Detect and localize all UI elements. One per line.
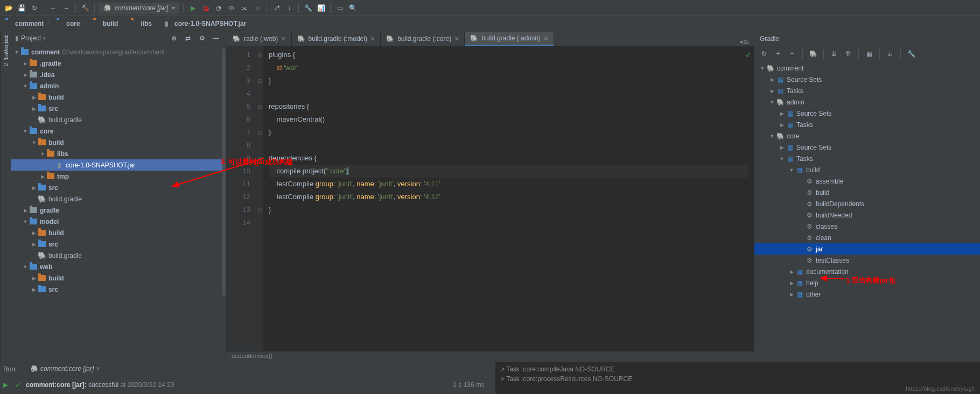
offline-icon[interactable]: ⫝ xyxy=(885,48,895,59)
gradle-task-row[interactable]: ⚙jar xyxy=(754,243,980,255)
gradle-tree[interactable]: ▼🐘comment▶▦Source Sets▶▦Tasks▼🐘admin▶▦So… xyxy=(754,61,980,362)
tree-row[interactable]: 🐘build.gradle xyxy=(11,250,226,261)
update-icon[interactable]: ↓ xyxy=(284,3,295,13)
close-tab-icon[interactable]: × xyxy=(454,34,459,43)
tree-row[interactable]: ▼core xyxy=(11,125,226,137)
stop-icon[interactable]: ■ xyxy=(252,3,263,13)
expand-all-icon[interactable]: ⇊ xyxy=(829,48,839,59)
gradle-task-row[interactable]: ▼🐘admin xyxy=(754,96,980,108)
close-tab-icon[interactable]: × xyxy=(370,34,375,43)
bc-core[interactable]: core xyxy=(57,20,80,27)
gradle-task-row[interactable]: ▶▦other xyxy=(754,289,980,300)
gradle-task-row[interactable]: ▼▦build xyxy=(754,164,980,175)
tree-row[interactable]: ▶tmp xyxy=(11,171,226,182)
open-icon[interactable]: 📂 xyxy=(3,3,14,13)
expand-icon[interactable]: ⇄ xyxy=(183,33,193,44)
run-config-dropdown[interactable]: 🐘 comment:core [jar] ▾ xyxy=(99,3,179,13)
rerun-icon[interactable]: ▶ xyxy=(0,379,11,390)
gradle-task-row[interactable]: ▶▦Tasks xyxy=(754,85,980,96)
tree-row[interactable]: 🐘build.gradle xyxy=(11,114,226,125)
tree-row[interactable]: ▼libs xyxy=(11,148,226,159)
tree-row[interactable]: ▮core-1.0-SNAPSHOT.jar xyxy=(11,159,226,171)
gradle-task-row[interactable]: ▶▦Source Sets xyxy=(754,74,980,85)
window-icon[interactable]: ▭ xyxy=(334,3,345,13)
gradle-task-row[interactable]: ⚙classes xyxy=(754,221,980,232)
collapse-all-icon[interactable]: ⇈ xyxy=(843,48,853,59)
editor-tab[interactable]: 🐘build.gradle (:model)× xyxy=(292,32,381,46)
sync-icon[interactable]: ↻ xyxy=(29,3,40,13)
tree-row[interactable]: ▶build xyxy=(11,92,226,103)
run-tab[interactable]: 🐘 comment:core [jar] × xyxy=(26,364,104,374)
tab-tools[interactable]: ▾≡₂ xyxy=(736,38,754,46)
vcs-icon[interactable]: ⎇ xyxy=(271,3,282,13)
gradle-task-row[interactable]: ▶▦Tasks xyxy=(754,119,980,130)
gradle-task-row[interactable]: ⚙clean xyxy=(754,232,980,243)
attach-icon[interactable]: ⫘ xyxy=(239,3,250,13)
coverage-icon[interactable]: ◔ xyxy=(213,3,224,13)
tree-row[interactable]: ▼admin xyxy=(11,80,226,92)
favorites-tab-label[interactable]: 2: Favorites xyxy=(3,36,9,66)
tree-row[interactable]: ▶build xyxy=(11,227,226,238)
remove-icon[interactable]: － xyxy=(787,48,797,59)
gradle-task-row[interactable]: ▼🐘comment xyxy=(754,62,980,74)
tasks-icon[interactable]: ▦ xyxy=(864,48,874,59)
editor-breadcrumb[interactable]: dependencies{} xyxy=(226,351,754,362)
project-scrollbar[interactable] xyxy=(222,48,226,296)
code-editor[interactable]: ✓ plugins { id 'war'}repositories { mave… xyxy=(263,46,754,351)
locate-icon[interactable]: ⊕ xyxy=(169,33,179,44)
bc-comment[interactable]: comment xyxy=(5,20,44,27)
bc-libs[interactable]: libs xyxy=(131,20,152,27)
run-icon[interactable]: ▶ xyxy=(187,3,198,13)
build-icon[interactable]: 🔨 xyxy=(80,3,90,13)
tree-row[interactable]: ▶src xyxy=(11,182,226,193)
wrench-icon[interactable]: 🔧 xyxy=(906,48,916,59)
profile-icon[interactable]: ⊙ xyxy=(226,3,237,13)
project-panel-title[interactable]: ▮ Project ▾ xyxy=(15,34,165,42)
tree-row[interactable]: ▶gradle xyxy=(11,205,226,216)
tree-row[interactable]: ▶.gradle xyxy=(11,58,226,69)
editor-tab[interactable]: 🐘radle (:web)× xyxy=(227,32,292,46)
add-icon[interactable]: ＋ xyxy=(773,48,783,59)
hide-icon[interactable]: — xyxy=(211,33,221,44)
save-icon[interactable]: 💾 xyxy=(16,3,27,13)
tree-row[interactable]: ▶src xyxy=(11,284,226,295)
gradle-task-row[interactable]: ▶▦Source Sets xyxy=(754,108,980,119)
tree-row[interactable]: ▼model xyxy=(11,216,226,227)
gradle-task-row[interactable]: ▼▦Tasks xyxy=(754,153,980,164)
refresh-icon[interactable]: ↻ xyxy=(759,48,769,59)
forward-icon[interactable]: → xyxy=(61,3,72,13)
gradle-task-row[interactable]: ⚙build xyxy=(754,187,980,198)
debug-icon[interactable]: 🐞 xyxy=(200,3,211,13)
gradle-task-row[interactable]: ⚙buildDependents xyxy=(754,198,980,209)
tree-root[interactable]: ▼ comment D:\work\workspace\gradle\comme… xyxy=(11,46,226,58)
gear-icon[interactable]: ⚙ xyxy=(197,33,207,44)
gradle-task-row[interactable]: ⚙assemble xyxy=(754,175,980,187)
close-tab-icon[interactable]: × xyxy=(544,34,548,43)
bc-build[interactable]: build xyxy=(93,20,118,27)
fold-column[interactable]: ⊟⊡⊟⊡⊟⊡ xyxy=(256,46,263,351)
gradle-task-row[interactable]: ▶▦Source Sets xyxy=(754,142,980,153)
settings-icon[interactable]: 🔧 xyxy=(303,3,313,13)
editor-tab[interactable]: 🐘build.gradle (:admin)× xyxy=(465,32,554,46)
tree-row[interactable]: ▼web xyxy=(11,261,226,272)
tree-row[interactable]: ▼build xyxy=(11,137,226,148)
tree-row[interactable]: ▶.idea xyxy=(11,69,226,80)
gradle-task-row[interactable]: ▶▦documentation xyxy=(754,266,980,277)
run-task-icon[interactable]: 🐘 xyxy=(808,48,818,59)
structure-icon[interactable]: 📊 xyxy=(316,3,326,13)
search-icon[interactable]: 🔍 xyxy=(347,3,358,13)
close-tab-icon[interactable]: × xyxy=(281,34,285,43)
tree-row[interactable]: ▶src xyxy=(11,103,226,114)
gradle-task-row[interactable]: ⚙buildNeeded xyxy=(754,209,980,221)
gradle-task-row[interactable]: ▼🐘core xyxy=(754,130,980,142)
back-icon[interactable]: ← xyxy=(48,3,59,13)
tree-row[interactable]: 🐘build.gradle xyxy=(11,193,226,205)
bc-jar[interactable]: ▮core-1.0-SNAPSHOT.jar xyxy=(165,20,246,27)
editor-tab[interactable]: 🐘build.gradle (:core)× xyxy=(381,32,465,46)
close-run-tab-icon[interactable]: × xyxy=(96,365,100,372)
tree-row[interactable]: ▶src xyxy=(11,238,226,250)
gradle-task-row[interactable]: ▶▦help xyxy=(754,277,980,289)
tree-row[interactable]: ▶build xyxy=(11,272,226,284)
project-tree[interactable]: ▼ comment D:\work\workspace\gradle\comme… xyxy=(11,45,226,362)
gradle-task-row[interactable]: ⚙testClasses xyxy=(754,255,980,266)
